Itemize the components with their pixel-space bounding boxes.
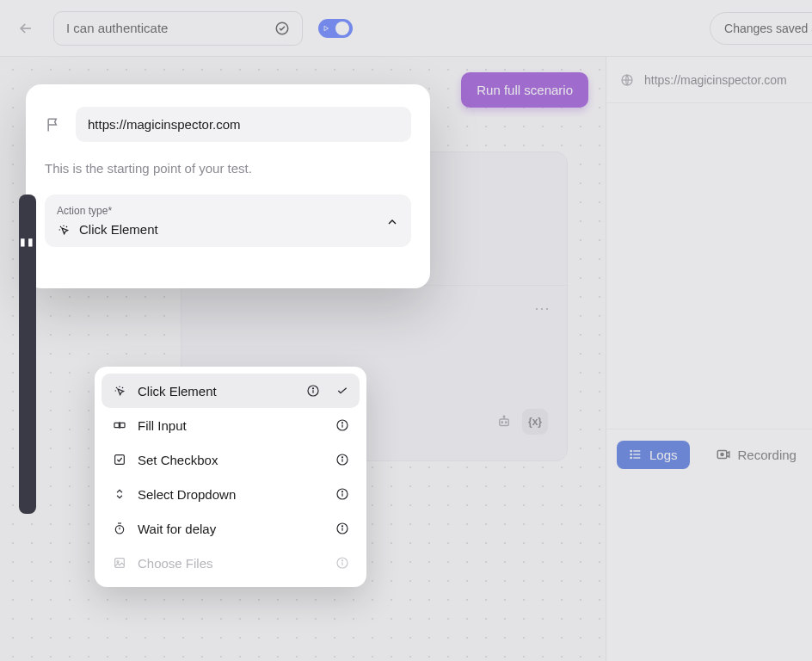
scenario-title-input[interactable]: I can authenticate [53, 11, 303, 46]
panel-tabs: Logs Recording [606, 429, 812, 479]
video-icon [716, 447, 731, 462]
info-icon[interactable] [335, 418, 349, 432]
variable-badge[interactable]: {x} [522, 409, 548, 435]
action-type-select[interactable]: ▮▮ Action type* Click Element [45, 195, 411, 247]
svg-rect-24 [115, 455, 125, 465]
svg-marker-1 [324, 26, 329, 30]
tab-logs-label: Logs [649, 448, 678, 462]
save-status-pill: Changes saved a [710, 12, 812, 45]
svg-point-10 [631, 450, 631, 451]
start-url-value: https://magicinspector.com [88, 117, 241, 132]
scenario-title-text: I can authenticate [66, 21, 168, 35]
action-type-value: Click Element [57, 222, 399, 237]
check-icon [335, 384, 349, 398]
cursor-click-icon [112, 383, 127, 398]
cursor-click-icon [57, 223, 71, 237]
dropdown-item-label: Fill Input [138, 418, 187, 433]
dropdown-item-label: Click Element [138, 384, 217, 398]
start-url-box: https://magicinspector.com [45, 103, 411, 145]
tab-logs[interactable]: Logs [617, 441, 690, 469]
svg-point-31 [115, 526, 123, 534]
info-icon[interactable] [335, 453, 349, 466]
preview-url-text: https://magicinspector.com [644, 73, 787, 87]
dropdown-item-set-checkbox[interactable]: Set Checkbox [102, 442, 360, 477]
run-full-scenario-button[interactable]: Run full scenario [461, 72, 588, 108]
run-button-label: Run full scenario [477, 83, 573, 97]
svg-rect-18 [114, 423, 119, 427]
fill-input-icon [112, 417, 127, 433]
action-type-label: Action type* [57, 205, 399, 217]
svg-point-12 [631, 457, 631, 458]
dropdown-item-label: Choose Files [138, 556, 213, 571]
list-icon [629, 448, 643, 461]
info-icon[interactable] [335, 487, 349, 501]
svg-point-3 [501, 422, 503, 423]
svg-point-23 [341, 423, 342, 423]
svg-point-30 [341, 491, 342, 492]
toggle-knob [335, 22, 349, 35]
tab-recording-label: Recording [738, 448, 797, 462]
flag-icon [45, 116, 62, 133]
dropdown-item-label: Select Dropdown [138, 487, 236, 502]
save-status-text: Changes saved a [724, 22, 812, 35]
svg-point-11 [631, 454, 631, 454]
chevron-up-icon [385, 215, 399, 229]
svg-point-36 [117, 561, 119, 563]
info-icon[interactable] [335, 522, 349, 535]
drag-handle[interactable]: ▮▮ [19, 195, 36, 514]
globe-icon [620, 73, 634, 87]
pause-icon: ▮▮ [20, 236, 35, 248]
info-icon[interactable] [306, 384, 320, 398]
dropdown-item-select-dropdown[interactable]: Select Dropdown [102, 477, 360, 511]
check-circle-icon [274, 21, 290, 36]
dropdown-item-wait-delay[interactable]: Wait for delay [102, 511, 360, 546]
svg-point-4 [506, 422, 508, 423]
svg-rect-35 [115, 559, 125, 568]
step-more-menu[interactable]: ⋯ [534, 299, 551, 318]
right-panel: https://magicinspector.com Logs Recordin… [606, 57, 812, 661]
stopwatch-icon [112, 521, 127, 536]
play-outline-icon [323, 25, 329, 32]
svg-point-39 [341, 560, 342, 561]
svg-point-34 [341, 526, 342, 527]
info-icon [335, 556, 349, 570]
robot-icon[interactable] [496, 414, 512, 429]
dropdown-item-label: Set Checkbox [138, 453, 218, 467]
dropdown-item-click-element[interactable]: Click Element [102, 374, 360, 408]
action-type-dropdown: Click Element Fill Input Set Checkbox [95, 367, 366, 587]
up-down-icon [112, 486, 127, 502]
svg-point-27 [341, 457, 342, 458]
dropdown-item-choose-files: Choose Files [102, 546, 360, 580]
svg-point-14 [721, 454, 723, 456]
svg-point-17 [312, 388, 313, 389]
arrow-left-icon [17, 20, 34, 37]
preview-url-bar: https://magicinspector.com [606, 57, 812, 103]
dropdown-item-fill-input[interactable]: Fill Input [102, 408, 360, 442]
start-url-input[interactable]: https://magicinspector.com [76, 107, 411, 142]
preview-area: Logs Recording [606, 103, 812, 661]
dropdown-item-label: Wait for delay [138, 522, 216, 536]
start-caption: This is the starting point of your test. [45, 161, 411, 176]
image-icon [112, 555, 127, 571]
svg-point-5 [503, 416, 505, 417]
svg-rect-19 [120, 423, 125, 427]
tab-recording[interactable]: Recording [704, 440, 809, 469]
step-editor-modal: https://magicinspector.com This is the s… [26, 84, 430, 288]
autoplay-toggle[interactable] [318, 19, 353, 38]
checkbox-icon [112, 452, 127, 467]
back-button[interactable] [14, 16, 38, 40]
topbar: I can authenticate Changes saved a [0, 0, 812, 57]
